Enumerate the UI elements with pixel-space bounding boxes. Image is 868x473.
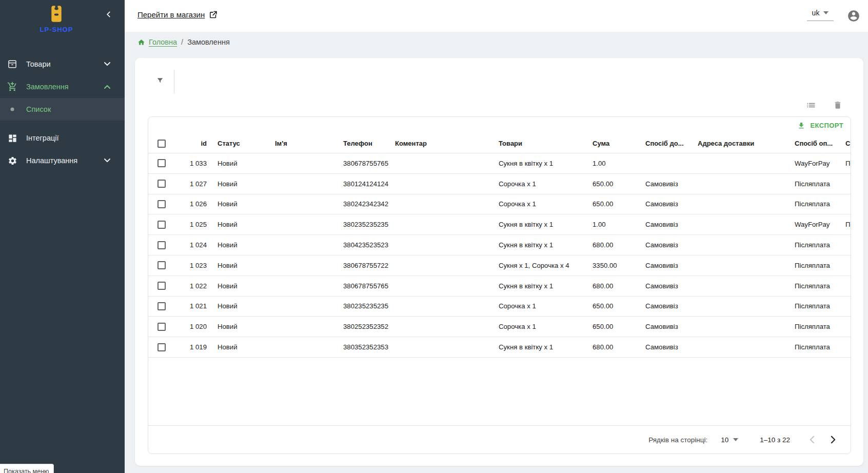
column-header-phone[interactable]: Телефон — [335, 140, 387, 147]
cell-select — [148, 180, 173, 188]
cell-status: Новий — [209, 241, 267, 249]
cell-delivery: Самовивіз — [637, 221, 689, 228]
table-row[interactable]: 1 025Новий380235235235Сукня в квітку x 1… — [148, 214, 851, 235]
delete-button[interactable] — [832, 99, 844, 111]
column-header-status[interactable]: Статус — [209, 140, 267, 147]
table-row[interactable]: 1 027Новий380124124124Сорочка x 1650.00С… — [148, 174, 851, 194]
sidebar-item-label: Замовлення — [26, 83, 69, 91]
rows-per-page-value: 10 — [721, 436, 728, 444]
row-checkbox[interactable] — [157, 159, 166, 167]
chevron-right-icon — [831, 436, 836, 444]
table-row[interactable]: 1 024Новий380423523523Сукня в квітку x 1… — [148, 235, 851, 255]
cell-payment: Післяплата — [786, 241, 837, 249]
widgets-icon — [7, 132, 18, 144]
column-header-comment[interactable]: Коментар — [387, 140, 490, 147]
cell-payment: Післяплата — [786, 323, 837, 330]
next-page-button[interactable] — [826, 432, 840, 447]
cell-id: 1 019 — [173, 343, 209, 351]
go-to-shop-label: Перейти в магазин — [137, 10, 205, 19]
cell-sum: 680.00 — [584, 241, 637, 249]
cell-phone: 380352352353 — [335, 343, 387, 351]
table-row[interactable]: 1 026Новий380242342342Сорочка x 1650.00С… — [148, 194, 851, 215]
cell-id: 1 033 — [173, 160, 209, 167]
breadcrumb-separator: / — [181, 38, 183, 46]
column-list-button[interactable] — [805, 99, 817, 111]
cell-goods: Сорочка x 1 — [490, 180, 584, 188]
cell-select — [148, 302, 173, 310]
caret-down-icon — [823, 11, 828, 14]
table-row[interactable]: 1 021Новий380235235235Сорочка x 1650.00С… — [148, 297, 851, 317]
cell-payment: Післяплата — [786, 200, 837, 208]
export-button[interactable]: ЕКСПОРТ — [797, 122, 843, 130]
row-checkbox[interactable] — [157, 221, 166, 229]
sidebar-item-список[interactable]: Список — [0, 98, 125, 121]
column-header-id[interactable]: id — [173, 140, 209, 147]
sidebar-item-інтеграції[interactable]: Інтеграції — [0, 127, 125, 149]
account-menu-button[interactable] — [847, 9, 860, 23]
table-row[interactable]: 1 022Новий380678755765Сукня в квітку x 1… — [148, 276, 851, 297]
table-body: 1 033Новий380678755765Сукня в квітку x 1… — [148, 153, 851, 358]
row-checkbox[interactable] — [157, 343, 166, 351]
cell-id: 1 026 — [173, 200, 209, 208]
cell-phone: 380124124124 — [335, 180, 387, 188]
cell-sum: 650.00 — [584, 200, 637, 208]
cell-select — [148, 282, 173, 290]
breadcrumb-home-link[interactable]: Головна — [137, 38, 177, 46]
cell-sum: 650.00 — [584, 302, 637, 310]
previous-page-button[interactable] — [804, 432, 819, 447]
cell-status: Новий — [209, 221, 267, 228]
sidebar-item-замовлення[interactable]: Замовлення — [0, 75, 125, 98]
cell-phone: 380235235235 — [335, 221, 387, 228]
cell-delivery: Самовивіз — [637, 282, 689, 290]
filter-divider — [174, 70, 174, 93]
column-header-name[interactable]: Ім'я — [267, 140, 335, 147]
go-to-shop-link[interactable]: Перейти в магазин — [137, 10, 218, 19]
logo-text: LP-SHOP — [0, 26, 113, 33]
cell-payment: Післяплата — [786, 302, 837, 310]
cell-phone: 380678755765 — [335, 282, 387, 290]
cell-status: Новий — [209, 282, 267, 290]
cell-sum: 1.00 — [584, 160, 637, 167]
cell-goods: Сукня в квітку x 1 — [490, 160, 584, 167]
row-checkbox[interactable] — [157, 282, 166, 290]
sidebar-item-label: Налаштування — [26, 156, 77, 165]
table-row[interactable]: 1 020Новий380252352352Сорочка x 1650.00С… — [148, 317, 851, 337]
cell-payment: Післяплата — [786, 343, 837, 351]
cell-id: 1 023 — [173, 262, 209, 269]
trash-icon — [833, 101, 842, 110]
column-header-paystatus[interactable]: Ст — [837, 140, 851, 147]
row-checkbox[interactable] — [157, 302, 166, 310]
table-row[interactable]: 1 019Новий380352352353Сукня в квітку x 1… — [148, 337, 851, 358]
column-header-payment[interactable]: Спосіб оп... — [786, 140, 837, 147]
orders-panel: ЕКСПОРТ idСтатусІм'яТелефонКоментарТовар… — [135, 58, 863, 466]
select-all-checkbox[interactable] — [157, 140, 166, 148]
language-select[interactable]: uk — [807, 9, 834, 21]
cell-sum: 3350.00 — [584, 262, 637, 269]
column-header-goods[interactable]: Товари — [490, 140, 584, 147]
row-checkbox[interactable] — [157, 241, 166, 249]
sidebar-item-налаштування[interactable]: Налаштування — [0, 149, 125, 172]
caret-down-icon — [733, 438, 738, 441]
table-empty-space — [148, 358, 851, 425]
cell-sum: 650.00 — [584, 180, 637, 188]
table-row[interactable]: 1 033Новий380678755765Сукня в квітку x 1… — [148, 153, 851, 174]
cell-goods: Сукня в квітку x 1 — [490, 343, 584, 351]
column-header-sum[interactable]: Сума — [584, 140, 637, 147]
row-checkbox[interactable] — [157, 323, 166, 331]
show-menu-tooltip-text: Показать меню — [4, 468, 49, 473]
rows-per-page-select[interactable]: 10 — [721, 436, 738, 444]
filter-button[interactable] — [154, 75, 166, 86]
cell-phone: 380252352352 — [335, 323, 387, 330]
cell-payment: Післяплата — [786, 282, 837, 290]
logo[interactable]: LP-SHOP — [0, 5, 113, 33]
row-checkbox[interactable] — [157, 200, 166, 208]
column-header-address[interactable]: Адреса доставки — [689, 140, 786, 147]
row-checkbox[interactable] — [157, 180, 166, 188]
cell-status: Новий — [209, 302, 267, 310]
column-header-delivery[interactable]: Спосіб до... — [637, 140, 689, 147]
cell-phone: 380242342342 — [335, 200, 387, 208]
sidebar-item-товари[interactable]: Товари — [0, 53, 125, 75]
chevron-down-icon — [104, 62, 110, 66]
row-checkbox[interactable] — [157, 261, 166, 269]
table-row[interactable]: 1 023Новий380678755722Сукня x 1, Сорочка… — [148, 255, 851, 276]
